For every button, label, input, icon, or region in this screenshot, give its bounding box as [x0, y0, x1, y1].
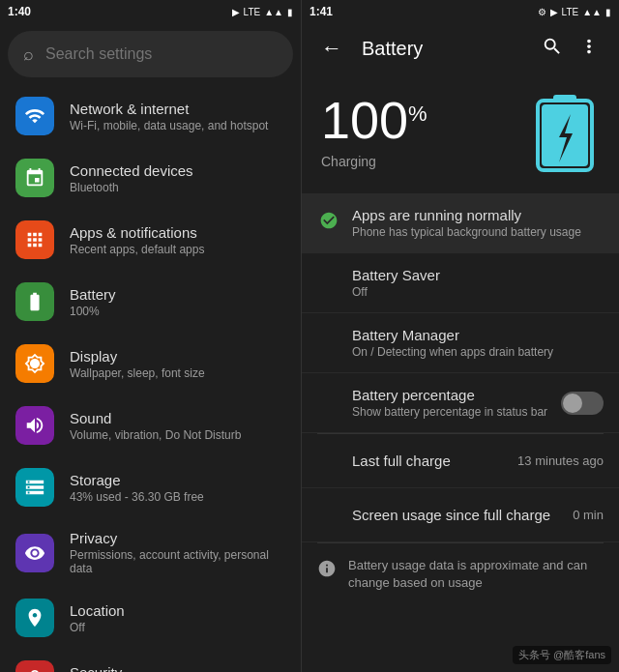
status-icons-left: ▶ LTE ▲▲ ▮: [232, 7, 293, 17]
location-title: Location: [70, 602, 125, 619]
lte-icon-right: LTE: [562, 7, 579, 17]
battery-percent-area: 100 % Charging: [321, 94, 427, 169]
status-bar-right: 1:41 ⚙ ▶ LTE ▲▲ ▮: [302, 0, 619, 23]
settings-item-security[interactable]: Security Screen lock, fingerprint: [0, 649, 301, 672]
screen-usage-value: 0 min: [573, 508, 604, 522]
signal-icon: ▲▲: [264, 7, 283, 17]
settings-item-battery[interactable]: Battery 100%: [0, 271, 301, 333]
battery-text: Battery 100%: [70, 286, 116, 318]
apps-subtitle: Recent apps, default apps: [70, 243, 204, 256]
security-text: Security Screen lock, fingerprint: [70, 664, 189, 673]
network-icon: [15, 97, 54, 135]
screen-usage-row: Screen usage since full charge 0 min: [302, 488, 619, 542]
privacy-text: Privacy Permissions, account activity, p…: [70, 530, 285, 575]
network-title: Network & internet: [70, 101, 268, 117]
battery-search-button[interactable]: [538, 32, 567, 66]
play-icon-right: ▶: [550, 7, 558, 17]
battery-saver-row[interactable]: Battery Saver Off: [302, 253, 619, 313]
play-icon: ▶: [232, 7, 240, 17]
apps-running-title: Apps are running normally: [352, 207, 604, 223]
battery-percent-symbol: %: [408, 102, 427, 127]
settings-item-display[interactable]: Display Wallpaper, sleep, font size: [0, 333, 301, 394]
battery-hero: 100 % Charging: [302, 73, 619, 193]
toggle-knob: [563, 394, 582, 413]
header-actions: [538, 32, 604, 66]
settings-item-connected[interactable]: Connected devices Bluetooth: [0, 147, 301, 209]
battery-percent-display: 100 %: [321, 94, 427, 146]
battery-title: Battery: [70, 286, 116, 303]
storage-text: Storage 43% used - 36.30 GB free: [70, 472, 204, 504]
battery-manager-row[interactable]: Battery Manager On / Detecting when apps…: [302, 313, 619, 373]
security-icon: [15, 660, 54, 672]
security-title: Security: [70, 664, 189, 673]
settings-item-sound[interactable]: Sound Volume, vibration, Do Not Disturb: [0, 394, 301, 456]
apps-running-icon: [317, 211, 340, 235]
sound-icon: [15, 406, 54, 445]
network-text: Network & internet Wi-Fi, mobile, data u…: [70, 101, 268, 132]
signal-icon-right: ▲▲: [582, 7, 602, 17]
battery-charging-icon: [530, 89, 600, 174]
last-charge-text: Last full charge: [317, 453, 506, 469]
settings-item-network[interactable]: Network & internet Wi-Fi, mobile, data u…: [0, 85, 301, 147]
battery-icon: [15, 282, 54, 321]
search-icon: ⌕: [23, 44, 34, 65]
last-full-charge-row: Last full charge 13 minutes ago: [302, 434, 619, 488]
screen-usage-title: Screen usage since full charge: [352, 507, 561, 523]
search-bar[interactable]: ⌕: [8, 31, 293, 77]
apps-running-row[interactable]: Apps are running normally Phone has typi…: [302, 193, 619, 253]
connected-title: Connected devices: [70, 162, 193, 179]
privacy-subtitle: Permissions, account activity, personal …: [70, 548, 285, 575]
time-left: 1:40: [8, 5, 31, 18]
apps-title: Apps & notifications: [70, 224, 204, 241]
time-right: 1:41: [310, 5, 333, 18]
screen-usage-text: Screen usage since full charge: [317, 507, 561, 523]
apps-running-text: Apps are running normally Phone has typi…: [352, 207, 604, 239]
battery-status-icon: ▮: [287, 7, 293, 17]
lte-icon: LTE: [244, 7, 261, 17]
connected-subtitle: Bluetooth: [70, 181, 193, 194]
display-title: Display: [70, 348, 205, 365]
battery-percentage-text: Battery percentage Show battery percenta…: [317, 387, 549, 419]
location-text: Location Off: [70, 602, 125, 634]
settings-item-storage[interactable]: Storage 43% used - 36.30 GB free: [0, 456, 301, 518]
left-panel: 1:40 ▶ LTE ▲▲ ▮ ⌕ Network & internet Wi-…: [0, 0, 302, 672]
status-icons-right: ⚙ ▶ LTE ▲▲ ▮: [538, 7, 611, 17]
battery-manager-text: Battery Manager On / Detecting when apps…: [317, 327, 604, 359]
settings-icon-status: ⚙: [538, 7, 546, 17]
settings-item-location[interactable]: Location Off: [0, 587, 301, 649]
battery-detail-content: Apps are running normally Phone has typi…: [302, 193, 619, 672]
display-subtitle: Wallpaper, sleep, font size: [70, 366, 205, 380]
last-charge-title: Last full charge: [352, 453, 506, 469]
storage-title: Storage: [70, 472, 204, 488]
battery-more-button[interactable]: [575, 32, 604, 66]
battery-page-title: Battery: [362, 38, 522, 60]
settings-item-privacy[interactable]: Privacy Permissions, account activity, p…: [0, 518, 301, 587]
connected-text: Connected devices Bluetooth: [70, 162, 193, 194]
back-button[interactable]: ←: [317, 32, 346, 65]
privacy-title: Privacy: [70, 530, 285, 546]
battery-info-row: Battery usage data is approximate and ca…: [302, 543, 619, 605]
storage-icon: [15, 468, 54, 507]
sound-subtitle: Volume, vibration, Do Not Disturb: [70, 428, 241, 442]
battery-percentage-toggle[interactable]: [561, 392, 604, 415]
display-text: Display Wallpaper, sleep, font size: [70, 348, 205, 380]
battery-saver-text: Battery Saver Off: [317, 267, 604, 299]
battery-percentage-subtitle: Show battery percentage in status bar: [352, 405, 549, 419]
battery-percentage-title: Battery percentage: [352, 387, 549, 403]
search-input[interactable]: [45, 45, 278, 63]
settings-list: Network & internet Wi-Fi, mobile, data u…: [0, 85, 301, 672]
battery-subtitle: 100%: [70, 305, 116, 318]
location-icon: [15, 599, 54, 637]
apps-running-subtitle: Phone has typical background battery usa…: [352, 225, 604, 239]
location-subtitle: Off: [70, 621, 125, 634]
settings-item-apps[interactable]: Apps & notifications Recent apps, defaul…: [0, 209, 301, 271]
apps-text: Apps & notifications Recent apps, defaul…: [70, 224, 204, 256]
battery-info-text: Battery usage data is approximate and ca…: [348, 557, 604, 592]
battery-percentage-row[interactable]: Battery percentage Show battery percenta…: [302, 373, 619, 433]
battery-full-icon: ▮: [605, 7, 611, 17]
svg-rect-1: [553, 95, 576, 102]
battery-percent-value: 100: [321, 94, 408, 146]
battery-saver-subtitle: Off: [352, 285, 604, 299]
battery-manager-subtitle: On / Detecting when apps drain battery: [352, 345, 604, 359]
apps-icon: [15, 220, 54, 259]
